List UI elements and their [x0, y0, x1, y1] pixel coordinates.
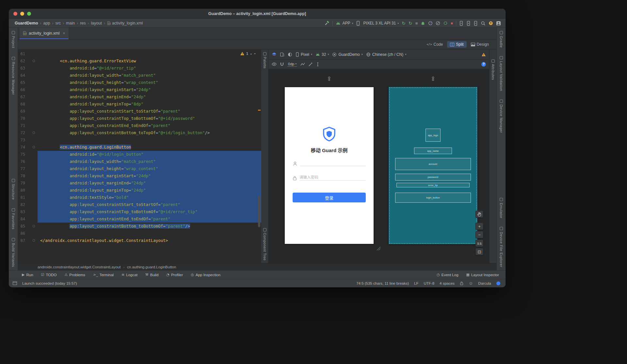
code-line[interactable]: app:layout_constraintBottom_toBottomOf="… — [38, 223, 261, 230]
text-cursor-icon[interactable] — [316, 62, 319, 67]
theme-name[interactable]: Darcula — [478, 281, 491, 285]
gutter-fold-icon[interactable] — [33, 132, 35, 134]
breadcrumb-item[interactable]: layout — [91, 21, 102, 25]
profile-avatar-icon[interactable] — [496, 21, 501, 26]
password-input[interactable]: 请输入密码 — [299, 175, 366, 181]
tool-window-button-build[interactable]: ⚒Build — [145, 273, 158, 277]
code-line[interactable]: android:layout_marginTop="8dp" — [38, 101, 261, 108]
gutter-fold-icon[interactable] — [33, 60, 35, 62]
tool-window-button-terminal[interactable]: >_Terminal — [93, 273, 114, 277]
readonly-lock-icon[interactable] — [460, 281, 463, 285]
help-icon[interactable]: ? — [481, 62, 486, 67]
code-line[interactable]: android:layout_height="wrap_content" — [38, 165, 261, 172]
autoconnect-magnet-icon[interactable] — [280, 62, 284, 67]
code-line[interactable]: android:layout_marginTop="24dp" — [38, 187, 261, 194]
tool-window-button-run[interactable]: ▶Run — [22, 273, 33, 277]
mode-design[interactable]: Design — [468, 41, 492, 48]
feedback-smiley-icon[interactable]: ☺ — [469, 281, 473, 286]
editor-tab-activity-login[interactable]: </> activity_login.xml × — [20, 28, 69, 39]
device-select[interactable]: Pixel ▾ — [296, 52, 312, 57]
password-field[interactable]: 请输入密码 — [293, 175, 366, 181]
code-line[interactable]: app:layout_constraintStart_toStartOf="pa… — [38, 108, 261, 115]
coverage-icon[interactable] — [443, 21, 448, 25]
tool-window-button-logcat[interactable]: ≡Logcat — [121, 273, 137, 277]
blueprint-box-account[interactable]: account — [395, 158, 471, 170]
pan-hand-icon[interactable] — [475, 211, 483, 218]
code-line[interactable]: android:layout_marginStart="24dp" — [38, 86, 261, 93]
code-line[interactable]: android:textStyle="bold" — [38, 194, 261, 201]
tool-window-button-todo[interactable]: ☑TODO — [41, 273, 57, 277]
blueprint-box-password[interactable]: password — [395, 174, 471, 181]
account-input[interactable] — [300, 160, 366, 166]
component-tree-tab[interactable]: Component Tree — [263, 228, 267, 261]
updates-icon[interactable] — [489, 21, 493, 25]
design-surface-icon[interactable] — [272, 52, 277, 56]
tool-window-button-layout-inspector[interactable]: ▦Layout Inspector — [466, 273, 499, 277]
zoom-fit-button[interactable]: ⊡ — [475, 248, 483, 255]
tool-window-switcher-icon[interactable] — [13, 281, 17, 285]
code-line[interactable]: android:layout_height="wrap_content" — [38, 79, 261, 86]
run-icon[interactable]: ↻ — [402, 21, 406, 25]
tool-window-button-app-inspection[interactable]: ◎App Inspection — [191, 273, 220, 277]
mode-code[interactable]: </>Code — [424, 41, 446, 48]
notification-dot-icon[interactable] — [496, 281, 500, 285]
resize-handle[interactable] — [376, 245, 381, 251]
view-options-eye-icon[interactable] — [272, 62, 277, 66]
apply-changes-icon[interactable]: ↻ — [409, 21, 412, 25]
zoom-out-button[interactable]: − — [475, 231, 483, 238]
close-icon[interactable]: × — [63, 31, 65, 36]
code-line[interactable]: </androidx.constraintlayout.widget.Const… — [38, 237, 261, 244]
breadcrumb-item[interactable]: GuardDemo — [15, 21, 38, 25]
breadcrumb-item[interactable]: src — [55, 21, 61, 25]
design-preview-phone[interactable]: 移动 Guard 示例 请输入密码 登录 — [285, 87, 374, 244]
tool-window-button-structure[interactable]: Structure — [11, 179, 15, 200]
inspections-widget[interactable]: 1 ▲ ▼ — [240, 52, 256, 55]
code-line[interactable]: <cn.authing.guard.LoginButton — [38, 144, 261, 151]
indent-setting[interactable]: 4 spaces — [440, 281, 455, 285]
infer-constraints-wand-icon[interactable] — [308, 62, 313, 67]
blueprint-phone[interactable]: app_logoapp_nameaccountpassworderror_tip… — [389, 87, 477, 244]
device-manager-icon[interactable] — [459, 21, 463, 26]
sync-project-icon[interactable] — [474, 21, 478, 26]
prev-warning-icon[interactable]: ▲ — [250, 53, 252, 55]
gutter-fold-icon[interactable] — [33, 225, 35, 227]
orientation-icon[interactable] — [280, 52, 284, 57]
code-line[interactable] — [38, 136, 261, 144]
running-devices-icon[interactable] — [466, 21, 471, 26]
xml-breadcrumb-item[interactable]: cn.authing.guard.LoginButton — [127, 265, 176, 269]
search-icon[interactable] — [481, 21, 486, 26]
run-config-select[interactable]: APP ▾ — [336, 21, 353, 25]
attach-debugger-icon[interactable] — [436, 21, 440, 25]
line-separator[interactable]: LF — [414, 281, 418, 285]
code-line[interactable] — [38, 50, 261, 57]
blueprint-box-login_button[interactable]: login_button — [395, 193, 471, 203]
attributes-tab[interactable]: Attributes — [491, 59, 495, 80]
next-warning-icon[interactable]: ▼ — [254, 53, 256, 55]
blueprint-box-app_name[interactable]: app_name — [414, 148, 452, 154]
xml-breadcrumb-item[interactable]: androidx.constraintlayout.widget.Constra… — [38, 265, 121, 269]
mirror-device-icon[interactable] — [356, 21, 360, 26]
breadcrumb-item[interactable]: </>activity_login.xml — [107, 21, 143, 25]
stop-icon[interactable]: ■ — [451, 22, 453, 25]
theme-select[interactable]: GuardDemo ▾ — [332, 52, 362, 57]
breadcrumb-item[interactable]: res — [80, 21, 86, 25]
tool-window-button-profiler[interactable]: ◔Profiler — [166, 273, 183, 277]
render-warning-icon[interactable] — [481, 53, 486, 56]
code-line[interactable]: android:layout_width="match_parent" — [38, 158, 261, 165]
tool-window-button-resource-manager[interactable]: Resource Manager — [11, 57, 15, 95]
code-line[interactable]: app:layout_constraintEnd_toEndOf="parent… — [38, 215, 261, 223]
code-line[interactable]: android:id="@+id/login_button" — [38, 151, 261, 158]
target-device-select[interactable]: PIXEL 3 XL API 31 ▾ — [363, 21, 399, 25]
api-select[interactable]: 32 ▾ — [315, 52, 329, 57]
tool-window-button-project[interactable]: Project — [11, 31, 15, 48]
code-line[interactable]: <cn.authing.guard.ErrorTextView — [38, 57, 261, 65]
code-line[interactable]: android:layout_marginEnd="24dp" — [38, 180, 261, 187]
build-hammer-icon[interactable] — [325, 21, 330, 26]
code-pane[interactable]: 6162636465666768697071727374757677787980… — [18, 50, 261, 263]
tool-window-button-emulator[interactable]: Emulator — [499, 198, 503, 218]
clear-constraints-icon[interactable] — [300, 62, 305, 66]
code-line[interactable]: android:layout_marginStart="24dp" — [38, 172, 261, 180]
debug-icon[interactable] — [421, 21, 425, 25]
palette-tab[interactable]: Palette — [263, 52, 267, 69]
code-line[interactable]: app:layout_constraintEnd_toEndOf="parent… — [38, 122, 261, 129]
